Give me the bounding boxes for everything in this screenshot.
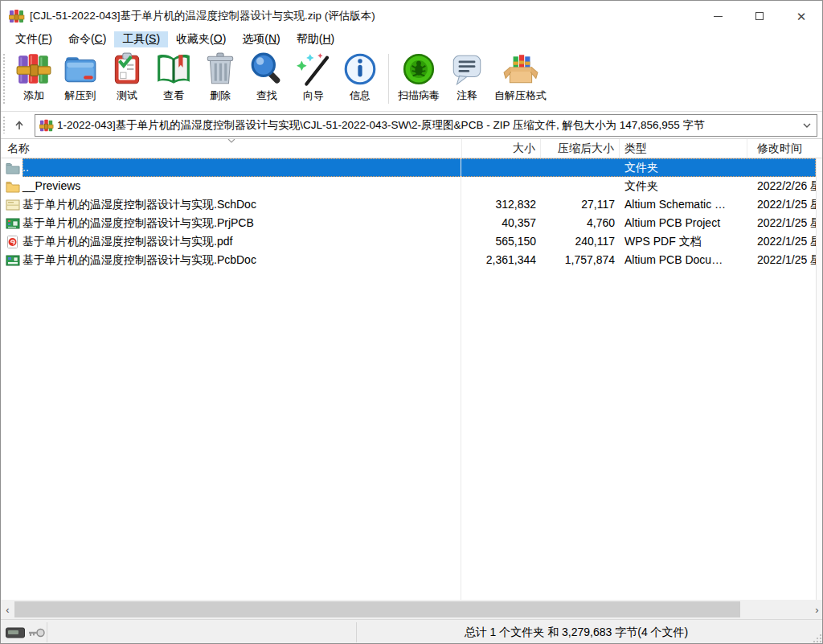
vertical-scrollbar[interactable] (816, 158, 823, 600)
test-icon (109, 51, 145, 88)
maximize-button[interactable] (739, 1, 780, 31)
test-label: 测试 (117, 88, 137, 103)
statusbar-separator (47, 622, 47, 642)
close-icon: ✕ (796, 10, 807, 23)
table-row-parent-dir[interactable]: .. 文件夹 (1, 158, 816, 177)
menu-options[interactable]: 选项(N) (234, 31, 288, 48)
window-title: [CJL-51-2022-043]基于单片机的温湿度控制器设计与实现.zip (… (30, 9, 375, 23)
menu-bar: 文件(F) 命令(C) 工具(S) 收藏夹(O) 选项(N) 帮助(H) (1, 31, 822, 47)
status-bar: 总计 1 个文件夹 和 3,279,683 字节(4 个文件) (1, 619, 823, 644)
view-label: 查看 (163, 88, 184, 103)
info-icon (342, 51, 379, 88)
horizontal-scrollbar[interactable]: ‹ › (1, 600, 823, 619)
comment-label: 注释 (457, 88, 477, 103)
column-header-type[interactable]: 类型 (620, 139, 747, 158)
pdf-file-icon (6, 236, 20, 248)
folder-up-icon (6, 162, 20, 174)
column-header-modified[interactable]: 修改时间 (747, 139, 816, 158)
list-header: 名称 大小 压缩后大小 类型 修改时间 (1, 139, 823, 158)
up-one-level-button[interactable] (9, 115, 30, 136)
minimize-icon (714, 16, 723, 17)
archive-icon (39, 118, 54, 133)
name-column-rule (461, 158, 461, 600)
add-button[interactable]: 添加 (10, 51, 57, 103)
sfx-label: 自解压格式 (494, 88, 547, 103)
extract-to-label: 解压到 (65, 88, 96, 103)
schdoc-file-icon (6, 199, 20, 211)
find-button[interactable]: 查找 (244, 51, 290, 103)
find-label: 查找 (256, 88, 277, 103)
scroll-left-arrow-icon[interactable]: ‹ (1, 600, 14, 619)
table-row-prjpcb[interactable]: 基于单片机的温湿度控制器设计与实现.PrjPCB 40,357 4,760 Al… (1, 214, 816, 232)
sfx-button[interactable]: 自解压格式 (490, 51, 551, 103)
comment-button[interactable]: 注释 (444, 51, 490, 103)
prjpcb-file-icon (6, 217, 20, 230)
menu-commands[interactable]: 命令(C) (60, 31, 114, 48)
table-row-previews-folder[interactable]: __Previews 文件夹 2022/2/26 星 (1, 177, 816, 195)
address-bar: 1-2022-043]基于单片机的温湿度控制器设计与实现\CJL-51-2022… (1, 112, 822, 139)
status-total-text: 总计 1 个文件夹 和 3,279,683 字节(4 个文件) (356, 620, 796, 644)
view-button[interactable]: 查看 (150, 51, 197, 103)
sfx-icon (502, 51, 539, 88)
archive-path-combobox[interactable]: 1-2022-043]基于单片机的温湿度控制器设计与实现\CJL-51-2022… (35, 114, 817, 137)
comment-icon (448, 51, 485, 88)
test-button[interactable]: 测试 (104, 51, 150, 103)
maximize-icon (755, 12, 764, 20)
table-row-schdoc[interactable]: 基于单片机的温湿度控制器设计与实现.SchDoc 312,832 27,117 … (1, 195, 816, 214)
extract-to-icon (62, 51, 99, 88)
toolbar: 添加 解压到 测试 (1, 47, 822, 112)
virus-scan-button[interactable]: 扫描病毒 (394, 51, 444, 103)
column-header-name[interactable]: 名称 (1, 139, 462, 158)
delete-button[interactable]: 删除 (197, 51, 244, 103)
info-button[interactable]: 信息 (337, 51, 383, 103)
pcbdoc-file-icon (6, 254, 20, 267)
key-icon[interactable] (28, 626, 46, 639)
wizard-button[interactable]: 向导 (290, 51, 337, 103)
archive-path-text: 1-2022-043]基于单片机的温湿度控制器设计与实现\CJL-51-2022… (57, 118, 800, 133)
toolbar-separator (388, 54, 389, 104)
scroll-right-arrow-icon[interactable]: › (810, 600, 823, 619)
info-label: 信息 (350, 88, 371, 103)
virus-scan-label: 扫描病毒 (398, 88, 440, 103)
add-label: 添加 (23, 88, 44, 103)
table-row-pdf[interactable]: 基于单片机的温湿度控制器设计与实现.pdf 565,150 240,117 WP… (1, 232, 816, 251)
delete-icon (202, 51, 239, 88)
winrar-window: [CJL-51-2022-043]基于单片机的温湿度控制器设计与实现.zip (… (0, 0, 823, 644)
toolbar-gripper[interactable] (3, 54, 5, 105)
wizard-icon (295, 51, 332, 88)
close-button[interactable]: ✕ (780, 1, 822, 31)
delete-label: 删除 (210, 88, 231, 103)
address-gripper[interactable] (3, 117, 5, 133)
wizard-label: 向导 (303, 88, 324, 103)
menu-tools[interactable]: 工具(S) (114, 31, 168, 48)
resize-grip[interactable] (813, 634, 822, 643)
column-header-size[interactable]: 大小 (462, 139, 541, 158)
menu-help[interactable]: 帮助(H) (289, 31, 342, 48)
menu-favorites[interactable]: 收藏夹(O) (168, 31, 234, 48)
drive-icon[interactable] (6, 627, 25, 638)
minimize-button[interactable] (697, 1, 739, 31)
table-row-pcbdoc[interactable]: 基于单片机的温湿度控制器设计与实现.PcbDoc 2,361,344 1,757… (1, 251, 816, 269)
chevron-down-icon[interactable] (800, 119, 813, 132)
view-icon (155, 51, 192, 88)
up-arrow-icon (14, 120, 25, 131)
winrar-logo-icon (9, 8, 25, 24)
extract-to-button[interactable]: 解压到 (57, 51, 104, 103)
virus-scan-icon (400, 51, 437, 88)
folder-icon (6, 180, 20, 193)
sort-ascending-icon (227, 139, 236, 145)
find-icon (248, 51, 285, 88)
menu-file[interactable]: 文件(F) (7, 31, 60, 48)
title-bar: [CJL-51-2022-043]基于单片机的温湿度控制器设计与实现.zip (… (1, 1, 822, 31)
column-header-packed[interactable]: 压缩后大小 (541, 139, 620, 158)
archive-add-icon (15, 51, 52, 88)
horizontal-scrollbar-thumb[interactable] (14, 601, 740, 617)
file-list: .. 文件夹 __Previews 文件夹 2022/2/26 星 (1, 158, 823, 600)
